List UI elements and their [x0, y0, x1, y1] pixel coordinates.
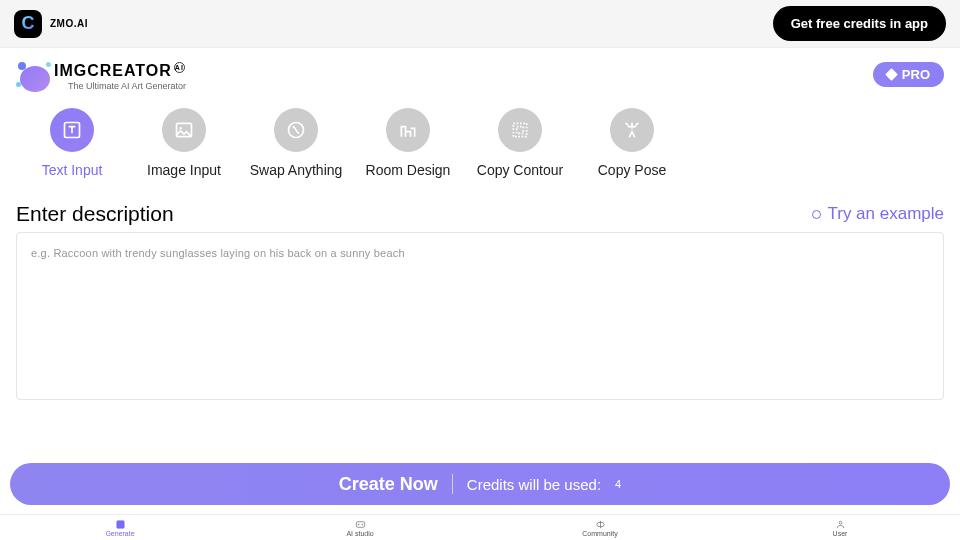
zmo-logo-icon — [14, 10, 42, 38]
svg-rect-7 — [356, 521, 364, 527]
svg-point-9 — [361, 524, 362, 525]
tab-copy-contour[interactable]: Copy Contour — [464, 108, 576, 178]
swap-icon — [274, 108, 318, 152]
room-icon — [386, 108, 430, 152]
header: IMGCREATORAI The Ultimate AI Art Generat… — [0, 48, 960, 98]
topbar: ZMO.AI Get free credits in app — [0, 0, 960, 48]
tab-image-input[interactable]: Image Input — [128, 108, 240, 178]
nav-user[interactable]: User — [720, 515, 960, 540]
svg-point-2 — [179, 127, 182, 129]
ai-badge-icon: AI — [174, 62, 185, 73]
tab-label: Text Input — [42, 162, 103, 178]
contour-icon — [498, 108, 542, 152]
bottom-nav: Generate AI studio Community User — [0, 514, 960, 540]
section-title: Enter description — [16, 202, 174, 226]
divider — [452, 474, 453, 494]
svg-point-8 — [358, 524, 359, 525]
tab-label: Copy Contour — [477, 162, 563, 178]
cta-main-label: Create Now — [339, 474, 438, 495]
refresh-icon — [812, 210, 821, 219]
nav-community[interactable]: Community — [480, 515, 720, 540]
tab-label: Swap Anything — [250, 162, 343, 178]
pose-icon — [610, 108, 654, 152]
mode-tabs: Text Input Image Input Swap Anything Roo… — [0, 98, 960, 184]
svg-rect-4 — [513, 123, 526, 136]
tab-label: Copy Pose — [598, 162, 666, 178]
studio-icon — [355, 519, 366, 530]
tab-text-input[interactable]: Text Input — [16, 108, 128, 178]
zmo-brand-text: ZMO.AI — [50, 18, 88, 29]
cta-credits-count: 4 — [615, 478, 621, 490]
try-example-link[interactable]: Try an example — [812, 204, 944, 224]
generate-icon — [115, 519, 126, 530]
tab-label: Room Design — [366, 162, 451, 178]
cta-credits-label: Credits will be used: — [467, 476, 601, 493]
description-input[interactable] — [16, 232, 944, 400]
tab-copy-pose[interactable]: Copy Pose — [576, 108, 688, 178]
brand-tagline: The Ultimate AI Art Generator — [68, 81, 186, 91]
create-now-button[interactable]: Create Now Credits will be used: 4 — [10, 463, 950, 505]
user-icon — [835, 519, 846, 530]
text-icon — [50, 108, 94, 152]
image-icon — [162, 108, 206, 152]
diamond-icon — [885, 68, 898, 81]
imgcreator-brand: IMGCREATORAI The Ultimate AI Art Generat… — [16, 62, 186, 96]
community-icon — [595, 519, 606, 530]
tab-room-design[interactable]: Room Design — [352, 108, 464, 178]
svg-rect-5 — [517, 127, 524, 134]
svg-point-11 — [839, 521, 842, 524]
nav-generate[interactable]: Generate — [0, 515, 240, 540]
imgcreator-logo-icon — [16, 60, 52, 96]
get-credits-button[interactable]: Get free credits in app — [773, 6, 946, 41]
description-header: Enter description Try an example — [0, 184, 960, 232]
tab-label: Image Input — [147, 162, 221, 178]
brand-name: IMGCREATORAI — [54, 62, 186, 80]
pro-button[interactable]: PRO — [873, 62, 944, 87]
topbar-brand: ZMO.AI — [14, 10, 88, 38]
nav-ai-studio[interactable]: AI studio — [240, 515, 480, 540]
tab-swap-anything[interactable]: Swap Anything — [240, 108, 352, 178]
